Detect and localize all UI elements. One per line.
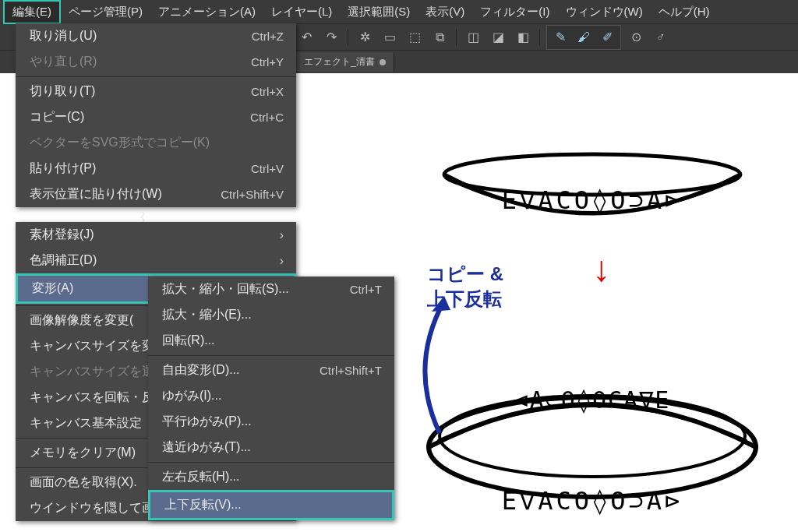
- undo-icon[interactable]: ↶: [296, 27, 316, 48]
- svg-text:E∇ACO◊O⊃A⊳: E∇ACO◊O⊃A⊳: [502, 185, 683, 215]
- submenu-flip-horizontal[interactable]: 左右反転(H)...: [148, 464, 394, 490]
- menu-page[interactable]: ページ管理(P): [61, 2, 150, 23]
- dotted-icon[interactable]: ⬚: [404, 27, 425, 48]
- ring-illustration: E∇ACO◊O⊃A⊳ ⊲A⊂O◊OCA∇E E∇ACO◊O⊃A⊳: [413, 128, 772, 532]
- submenu-free-transform[interactable]: 自由変形(D)...Ctrl+Shift+T: [148, 358, 394, 383]
- transform-submenu: 拡大・縮小・回転(S)...Ctrl+T 拡大・縮小(E)... 回転(R)..…: [148, 277, 394, 520]
- menu-bar: 編集(E) ページ管理(P) アニメーション(A) レイヤー(L) 選択範囲(S…: [0, 0, 798, 23]
- curve-arrow-icon: [407, 296, 454, 444]
- menu-copy[interactable]: コピー(C)Ctrl+C: [16, 104, 296, 130]
- menu-layer[interactable]: レイヤー(L): [263, 2, 340, 23]
- brush3-icon[interactable]: ✐: [597, 27, 617, 48]
- select-tri-icon[interactable]: ◪: [488, 27, 508, 48]
- menu-view[interactable]: 表示(V): [418, 2, 472, 23]
- submenu-distort[interactable]: ゆがみ(I)...: [148, 383, 394, 409]
- annotation-line1: コピー &: [427, 262, 503, 287]
- menu-window[interactable]: ウィンドウ(W): [558, 2, 651, 23]
- menu-cut[interactable]: 切り取り(T)Ctrl+X: [16, 79, 296, 104]
- submenu-rotate[interactable]: 回転(R)...: [148, 328, 394, 354]
- menu-help[interactable]: ヘルプ(H): [651, 2, 718, 23]
- submenu-scale-rotate[interactable]: 拡大・縮小・回転(S)...Ctrl+T: [148, 277, 394, 302]
- gender-icon[interactable]: ♂: [651, 27, 671, 48]
- menu-redo[interactable]: やり直し(R)Ctrl+Y: [16, 49, 296, 75]
- menu-selection[interactable]: 選択範囲(S): [340, 2, 418, 23]
- menu-paste[interactable]: 貼り付け(P)Ctrl+V: [16, 156, 296, 181]
- submenu-scale[interactable]: 拡大・縮小(E)...: [148, 302, 394, 328]
- chevron-right-icon: ›: [264, 228, 284, 242]
- select-split-icon[interactable]: ◧: [513, 27, 533, 48]
- menu-animation[interactable]: アニメーション(A): [150, 2, 263, 23]
- brush2-icon[interactable]: 🖌: [574, 27, 594, 48]
- redo-icon[interactable]: ↷: [321, 27, 341, 48]
- brush-group: ✎ 🖌 ✐: [546, 25, 621, 50]
- submenu-skew[interactable]: 平行ゆがみ(P)...: [148, 409, 394, 435]
- menu-copy-svg[interactable]: ベクターをSVG形式でコピー(K): [16, 130, 296, 156]
- tab-label: エフェクト_清書: [304, 55, 375, 69]
- svg-marker-6: [432, 296, 450, 312]
- edit-menu-dropdown: 取り消し(U)Ctrl+Z やり直し(R)Ctrl+Y 切り取り(T)Ctrl+…: [16, 23, 296, 207]
- svg-text:E∇ACO◊O⊃A⊳: E∇ACO◊O⊃A⊳: [502, 486, 683, 516]
- submenu-flip-vertical[interactable]: 上下反転(V)...: [148, 490, 394, 520]
- crop-icon[interactable]: ⧉: [429, 27, 450, 48]
- rect-icon[interactable]: ▭: [380, 27, 400, 48]
- menu-paste-view[interactable]: 表示位置に貼り付け(W)Ctrl+Shift+V: [16, 181, 296, 207]
- menu-edit[interactable]: 編集(E): [3, 0, 61, 24]
- unsaved-dot-icon: [380, 59, 386, 65]
- menu-filter[interactable]: フィルター(I): [472, 2, 557, 23]
- select-rect-icon[interactable]: ◫: [463, 27, 483, 48]
- document-tab[interactable]: エフェクト_清書: [296, 52, 394, 72]
- menu-undo[interactable]: 取り消し(U)Ctrl+Z: [16, 23, 296, 49]
- menu-color-correct[interactable]: 色調補正(D)›: [16, 248, 296, 273]
- chevron-right-icon: ›: [264, 254, 284, 268]
- menu-material-register[interactable]: 素材登録(J)›: [16, 222, 296, 248]
- brush1-icon[interactable]: ✎: [550, 27, 570, 48]
- text-icon[interactable]: ⊙: [626, 27, 646, 48]
- submenu-perspective[interactable]: 遠近ゆがみ(T)...: [148, 435, 394, 460]
- arrow-down-icon: ↓: [592, 248, 610, 290]
- loading-icon[interactable]: ✲: [355, 27, 375, 48]
- svg-text:⊲A⊂O◊OCA∇E: ⊲A⊂O◊OCA∇E: [514, 386, 671, 414]
